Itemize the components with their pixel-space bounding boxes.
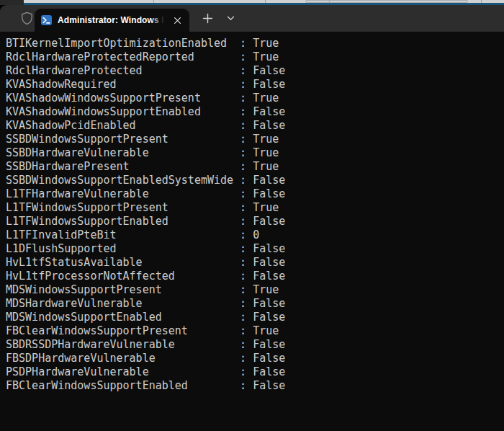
setting-value: True — [253, 201, 279, 214]
colon-separator: : — [233, 215, 253, 228]
colon-separator: : — [233, 270, 253, 283]
colon-separator: : — [233, 119, 253, 133]
setting-name: PSDPHardwareVulnerable — [6, 365, 233, 379]
setting-value: False — [253, 352, 285, 365]
setting-value: 0 — [253, 228, 259, 241]
new-tab-button[interactable] — [194, 5, 220, 32]
setting-value: True — [253, 160, 279, 173]
setting-name: SSBDWindowsSupportEnabledSystemWide — [6, 174, 233, 187]
output-line: MDSHardwareVulnerable:False — [6, 297, 504, 311]
output-line: SSBDWindowsSupportPresent:True — [6, 133, 504, 146]
output-line: RdclHardwareProtected:False — [6, 64, 504, 78]
terminal-tab-bar: Administrator: Windows Powe — [0, 5, 504, 32]
colon-separator: : — [233, 324, 253, 338]
setting-name: L1DFlushSupported — [6, 242, 233, 256]
setting-name: BTIKernelImportOptimizationEnabled — [6, 37, 233, 50]
output-line: KVAShadowPcidEnabled:False — [6, 119, 504, 133]
setting-name: KVAShadowWindowsSupportEnabled — [6, 105, 233, 119]
setting-value: True — [253, 283, 279, 296]
setting-name: MDSHardwareVulnerable — [6, 297, 233, 311]
tab-title: Administrator: Windows Powe — [58, 9, 164, 32]
output-line: BTIKernelImportOptimizationEnabled:True — [6, 37, 504, 50]
output-line: KVAShadowWindowsSupportEnabled:False — [6, 105, 504, 119]
colon-separator: : — [233, 160, 253, 174]
colon-separator: : — [233, 146, 253, 160]
setting-value: False — [253, 119, 285, 132]
chevron-down-icon — [227, 16, 235, 21]
output-line: MDSWindowsSupportPresent:True — [6, 283, 504, 297]
output-line: SSBDWindowsSupportEnabledSystemWide:Fals… — [6, 174, 504, 187]
output-line: PSDPHardwareVulnerable:False — [6, 365, 504, 379]
setting-name: MDSWindowsSupportPresent — [6, 283, 233, 297]
output-line: FBClearWindowsSupportPresent:True — [6, 324, 504, 338]
output-line: MDSWindowsSupportEnabled:False — [6, 311, 504, 324]
setting-value: True — [253, 324, 279, 337]
setting-value: True — [253, 133, 279, 146]
colon-separator: : — [233, 352, 253, 365]
setting-name: L1TFWindowsSupportPresent — [6, 201, 233, 215]
shield-icon — [21, 12, 33, 25]
setting-value: False — [253, 379, 285, 392]
colon-separator: : — [233, 242, 253, 256]
setting-value: True — [253, 146, 279, 159]
colon-separator: : — [233, 228, 253, 242]
setting-value: True — [253, 50, 279, 63]
output-line: HvL1tfStatusAvailable:False — [6, 256, 504, 270]
setting-value: False — [253, 174, 285, 187]
colon-separator: : — [233, 297, 253, 311]
setting-name: SSBDWindowsSupportPresent — [6, 133, 233, 146]
output-line: HvL1tfProcessorNotAffected:False — [6, 270, 504, 283]
colon-separator: : — [233, 365, 253, 379]
colon-separator: : — [233, 187, 253, 201]
output-line: SSBDHardwarePresent:True — [6, 160, 504, 174]
colon-separator: : — [233, 64, 253, 78]
setting-value: False — [253, 78, 285, 91]
setting-name: SSBDHardwarePresent — [6, 160, 233, 174]
colon-separator: : — [233, 311, 253, 324]
setting-value: False — [253, 187, 285, 200]
setting-name: RdclHardwareProtectedReported — [6, 50, 233, 64]
setting-name: L1TFHardwareVulnerable — [6, 187, 233, 201]
setting-name: L1TFWindowsSupportEnabled — [6, 215, 233, 228]
setting-value: False — [253, 297, 285, 310]
colon-separator: : — [233, 256, 253, 270]
colon-separator: : — [233, 379, 253, 393]
terminal-output[interactable]: BTIKernelImportOptimizationEnabled:TrueR… — [0, 32, 504, 431]
setting-name: KVAShadowWindowsSupportPresent — [6, 92, 233, 105]
close-icon — [174, 17, 181, 25]
setting-name: HvL1tfStatusAvailable — [6, 256, 233, 270]
setting-value: False — [253, 215, 285, 228]
output-line: L1DFlushSupported:False — [6, 242, 504, 256]
output-lines: BTIKernelImportOptimizationEnabled:TrueR… — [6, 37, 504, 393]
setting-name: SSBDHardwareVulnerable — [6, 146, 233, 160]
colon-separator: : — [233, 105, 253, 119]
setting-name: FBClearWindowsSupportEnabled — [6, 379, 233, 393]
setting-name: L1TFInvalidPteBit — [6, 228, 233, 242]
colon-separator: : — [233, 133, 253, 146]
setting-value: False — [253, 105, 285, 118]
setting-value: False — [253, 311, 285, 324]
colon-separator: : — [233, 50, 253, 64]
output-line: SSBDHardwareVulnerable:True — [6, 146, 504, 160]
colon-separator: : — [233, 201, 253, 215]
window-corner-backdrop — [0, 0, 24, 5]
setting-value: False — [253, 338, 285, 351]
tab-powershell[interactable]: Administrator: Windows Powe — [35, 9, 189, 32]
setting-name: MDSWindowsSupportEnabled — [6, 311, 233, 324]
setting-name: FBSDPHardwareVulnerable — [6, 352, 233, 365]
setting-value: False — [253, 242, 285, 255]
powershell-icon — [41, 15, 52, 25]
setting-value: True — [253, 92, 279, 105]
setting-value: False — [253, 270, 285, 283]
setting-name: HvL1tfProcessorNotAffected — [6, 270, 233, 283]
tab-dropdown-button[interactable] — [219, 5, 242, 32]
colon-separator: : — [233, 37, 253, 50]
output-line: SBDRSSDPHardwareVulnerable:False — [6, 338, 504, 352]
setting-name: SBDRSSDPHardwareVulnerable — [6, 338, 233, 352]
output-line: RdclHardwareProtectedReported:True — [6, 50, 504, 64]
tab-close-button[interactable] — [170, 13, 184, 27]
output-line: L1TFWindowsSupportPresent:True — [6, 201, 504, 215]
output-line: KVAShadowWindowsSupportPresent:True — [6, 92, 504, 105]
output-line: FBSDPHardwareVulnerable:False — [6, 352, 504, 365]
output-line: FBClearWindowsSupportEnabled:False — [6, 379, 504, 393]
